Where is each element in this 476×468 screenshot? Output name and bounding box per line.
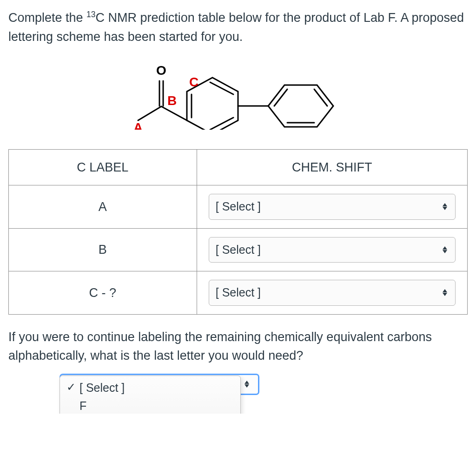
c-label-cell: A xyxy=(9,185,197,229)
chemical-structure: O A B C xyxy=(8,55,468,135)
table-header-c-label: C LABEL xyxy=(9,149,197,185)
svg-marker-9 xyxy=(268,85,333,127)
question-text-part1: Complete the xyxy=(8,11,86,25)
oxygen-label: O xyxy=(156,63,166,78)
select-placeholder: [ Select ] xyxy=(216,198,441,216)
dropdown-option-placeholder[interactable]: [ Select ] xyxy=(60,379,240,397)
updown-icon xyxy=(441,246,449,253)
chem-shift-select-b[interactable]: [ Select ] xyxy=(209,237,456,263)
updown-icon xyxy=(441,289,449,296)
molecule-svg: O A B C xyxy=(117,55,359,130)
svg-line-0 xyxy=(138,106,161,120)
svg-line-10 xyxy=(274,89,287,106)
question-prompt: Complete the 13C NMR prediction table be… xyxy=(8,8,468,46)
last-letter-select[interactable]: [ Select ] F J N xyxy=(60,374,259,395)
table-header-chem-shift: CHEM. SHIFT xyxy=(197,149,467,185)
c-label-cell: B xyxy=(9,228,197,271)
select-placeholder: [ Select ] xyxy=(216,284,441,302)
last-letter-dropdown[interactable]: [ Select ] F J N xyxy=(60,376,241,414)
carbon-label-c: C xyxy=(189,75,198,89)
carbon-label-b: B xyxy=(167,93,177,108)
chem-shift-select-a[interactable]: [ Select ] xyxy=(209,194,456,220)
followup-question: If you were to continue labeling the rem… xyxy=(8,328,468,365)
followup-text: If you were to continue labeling the rem… xyxy=(8,328,468,365)
updown-icon xyxy=(243,381,251,388)
select-placeholder: [ Select ] xyxy=(216,241,441,259)
updown-icon xyxy=(441,203,449,210)
chem-shift-select-c[interactable]: [ Select ] xyxy=(209,280,456,306)
svg-line-6 xyxy=(210,82,233,94)
carbon-label-a: A xyxy=(133,120,143,130)
superscript-13: 13 xyxy=(86,10,96,19)
dropdown-option-f[interactable]: F xyxy=(60,397,240,414)
svg-line-11 xyxy=(314,89,327,106)
table-row: B [ Select ] xyxy=(9,228,468,271)
table-row: C - ? [ Select ] xyxy=(9,271,468,315)
svg-line-3 xyxy=(161,106,187,120)
svg-line-7 xyxy=(210,118,233,130)
nmr-prediction-table: C LABEL CHEM. SHIFT A [ Select ] B [ Sel… xyxy=(8,149,468,315)
c-label-cell: C - ? xyxy=(9,271,197,315)
table-row: A [ Select ] xyxy=(9,185,468,229)
